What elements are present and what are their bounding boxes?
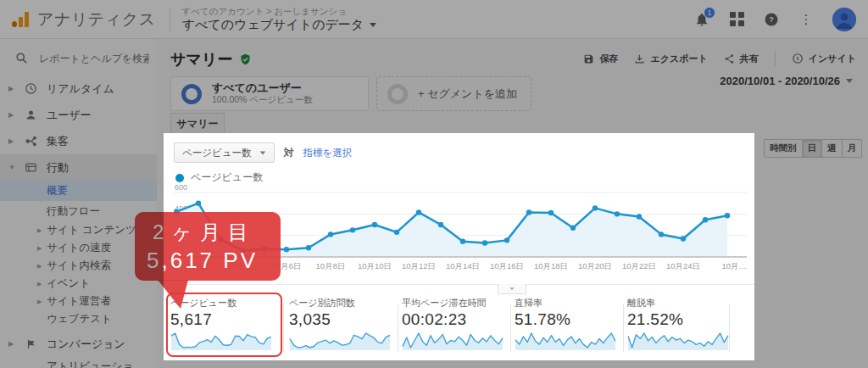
kebab-menu-icon[interactable]: ⋮: [798, 11, 815, 28]
chevron-down-icon: [846, 79, 853, 83]
legend-dot-icon: [175, 174, 184, 182]
sidebar: ▶ リアルタイム ▶ ユーザー ▶ 集客 ▼ 行動 概要 行動フロー ▶ サイト…: [0, 39, 157, 368]
actions-divider: [775, 51, 776, 66]
granularity-month-button[interactable]: 月: [843, 139, 863, 158]
app-name: アナリティクス: [37, 8, 156, 31]
help-icon[interactable]: ?: [763, 11, 780, 28]
report-actions: 保存 エクスポート 共有 インサイト: [583, 51, 856, 66]
account-breadcrumb-block[interactable]: すべてのアカウント > おーしまサンショ すべてのウェブサイトのデータ: [182, 6, 377, 32]
chart-legend: ページビュー数: [175, 170, 263, 185]
chevron-down-icon: [370, 23, 376, 27]
chevron-right-icon: ▶: [37, 245, 42, 252]
search-input[interactable]: [39, 53, 149, 64]
metric-card-exit-rate[interactable]: 離脱率 21.52%: [627, 297, 736, 351]
chevron-down-icon: ▼: [8, 164, 15, 171]
breadcrumb[interactable]: すべてのアカウント > おーしまサンショ: [182, 6, 377, 17]
sidebar-item-realtime[interactable]: ▶ リアルタイム: [0, 75, 157, 102]
segment-ring-icon: [387, 84, 408, 104]
chevron-right-icon: ▶: [37, 227, 42, 234]
svg-text:600: 600: [175, 184, 187, 192]
granularity-day-button[interactable]: 日: [803, 139, 823, 158]
save-icon: [583, 53, 594, 64]
metric-cards: ページビュー数 5,617 ページ別訪問数 3,035 平均ページ滞在時間 00…: [164, 294, 754, 359]
chevron-right-icon: ▶: [8, 340, 14, 348]
sidebar-item-conversions[interactable]: ▶ コンバージョン: [0, 331, 157, 357]
svg-text:10月24日: 10月24日: [666, 261, 700, 270]
metric-card-avg-time[interactable]: 平均ページ滞在時間 00:02:23: [402, 297, 510, 351]
svg-text:10月14日: 10月14日: [446, 261, 480, 270]
sidebar-item-behavior-overview[interactable]: 概要: [0, 181, 157, 201]
chevron-right-icon: ▶: [8, 85, 14, 92]
sidebar-item-experiments[interactable]: ウェブテスト: [0, 310, 157, 328]
search-icon: [15, 52, 28, 64]
save-button[interactable]: 保存: [583, 53, 618, 65]
svg-text:10月20日: 10月20日: [578, 261, 612, 270]
insight-button[interactable]: インサイト: [792, 53, 856, 65]
insight-icon: [792, 53, 804, 64]
svg-text:10月8日: 10月8日: [316, 261, 346, 270]
panel-divider: [164, 284, 754, 285]
metric-dropdown[interactable]: ページビュー数: [174, 142, 275, 163]
svg-text:10月16日: 10月16日: [490, 261, 524, 270]
svg-text:?: ?: [769, 15, 774, 24]
top-app-bar: アナリティクス すべてのアカウント > おーしまサンショ すべてのウェブサイトの…: [0, 0, 868, 39]
behavior-icon: [24, 161, 38, 174]
export-icon: [634, 53, 645, 64]
sparkline: [515, 331, 616, 351]
notifications-bell-icon[interactable]: 1: [693, 11, 710, 28]
sparkline: [289, 331, 391, 351]
metric-card-bounce-rate[interactable]: 直帰率 51.78%: [515, 297, 623, 351]
segment-all-users[interactable]: すべてのユーザー 100.00% ページビュー数: [170, 76, 369, 111]
metric-card-unique-pageviews[interactable]: ページ別訪問数 3,035: [289, 297, 398, 351]
share-icon: [724, 53, 735, 64]
sidebar-item-site-speed[interactable]: ▶ サイトの速度: [0, 239, 157, 257]
chart-collapse-button[interactable]: [498, 284, 526, 294]
segment-ring-icon: [181, 84, 202, 104]
select-metric-link[interactable]: 指標を選択: [303, 147, 353, 159]
clock-icon: [24, 82, 38, 95]
chevron-right-icon: ▶: [8, 111, 14, 119]
annotation-callout: 2ヶ月目 5,617 PV: [135, 212, 281, 281]
segments-bar: すべてのユーザー 100.00% ページビュー数 + セグメントを追加: [170, 76, 531, 111]
chevron-right-icon: ▶: [37, 298, 42, 305]
topbar-divider: [170, 8, 170, 31]
svg-text:10月12日: 10月12日: [402, 261, 436, 270]
sidebar-item-site-search[interactable]: ▶ サイト内検索: [0, 257, 157, 275]
sidebar-item-behavior-flow[interactable]: 行動フロー: [0, 201, 157, 221]
sparkline: [170, 331, 272, 351]
report-search[interactable]: [0, 39, 157, 75]
sidebar-item-audience[interactable]: ▶ ユーザー: [0, 102, 157, 128]
avatar[interactable]: [832, 8, 856, 31]
acquisition-icon: [24, 135, 38, 148]
export-button[interactable]: エクスポート: [634, 53, 707, 65]
sidebar-item-acquisition[interactable]: ▶ 集客: [0, 128, 157, 154]
user-icon: [24, 109, 38, 121]
sidebar-item-attribution[interactable]: アトリビューション ベータ版: [0, 359, 157, 368]
chevron-right-icon: ▶: [37, 281, 42, 287]
property-selector[interactable]: すべてのウェブサイトのデータ: [182, 17, 377, 32]
sidebar-item-site-content[interactable]: ▶ サイト コンテンツ: [0, 221, 157, 239]
page-title: サマリー: [170, 49, 252, 70]
svg-text:10月18日: 10月18日: [534, 261, 568, 270]
callout-tail: [155, 280, 194, 310]
sparkline: [627, 331, 729, 351]
time-granularity-group: 時間別 日 週 月: [764, 139, 862, 158]
chevron-down-icon: [259, 151, 264, 154]
sidebar-item-publisher[interactable]: ▶ サイト運営者: [0, 293, 157, 310]
sidebar-item-events[interactable]: ▶ イベント: [0, 275, 157, 293]
sidebar-item-behavior[interactable]: ▼ 行動: [0, 154, 157, 181]
shield-check-icon: [239, 53, 252, 66]
add-segment-button[interactable]: + セグメントを追加: [376, 76, 531, 111]
analytics-logo-icon[interactable]: [12, 12, 29, 27]
chevron-right-icon: ▶: [8, 137, 14, 145]
tab-summary[interactable]: サマリー: [170, 113, 225, 134]
date-range-selector[interactable]: 2020/10/01 - 2020/10/26: [720, 75, 853, 87]
svg-text:10月…: 10月…: [721, 261, 747, 270]
granularity-week-button[interactable]: 週: [822, 139, 843, 158]
sparkline: [402, 331, 504, 351]
chevron-right-icon: ▶: [37, 263, 42, 270]
vs-label: 対: [284, 146, 294, 160]
granularity-hourly-button[interactable]: 時間別: [764, 139, 803, 158]
share-button[interactable]: 共有: [724, 53, 759, 65]
apps-grid-icon[interactable]: [728, 11, 745, 28]
